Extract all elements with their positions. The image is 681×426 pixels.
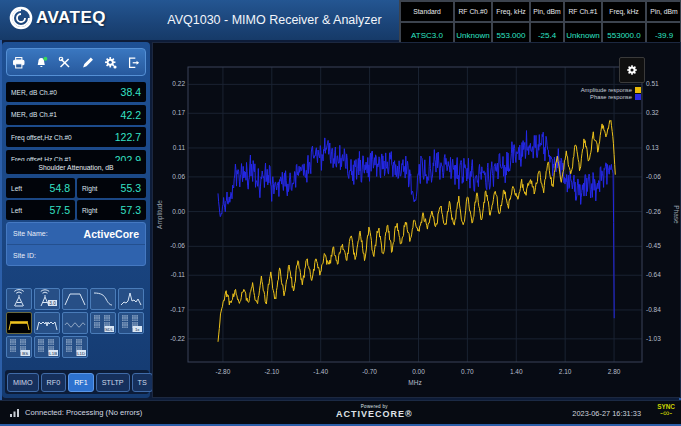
site-name-value: ActiveCore [84, 228, 139, 240]
shoulder-side-label: Right [82, 207, 97, 214]
legend-item[interactable]: Amplitude response [581, 87, 641, 93]
y-left-tick-label: -0.11 [171, 271, 186, 278]
y-left-tick-label: -0.17 [170, 306, 185, 313]
measurement-label: MER, dB Ch.#0 [11, 89, 57, 96]
shoulder-cell: Right57.3 [77, 200, 146, 220]
measurement-value: 38.4 [121, 86, 141, 98]
x-tick-label: 1.40 [510, 368, 523, 375]
settings-gear-icon [104, 56, 117, 69]
ripple-response-icon[interactable] [62, 312, 88, 334]
y-left-tick-label: 0.00 [172, 208, 185, 215]
constellation-l1b-icon[interactable]: L1B [34, 336, 60, 358]
legend-swatch [635, 87, 641, 93]
info-header-cell: RF Ch.#0 [454, 1, 492, 22]
shoulder-row: Left54.8Right55.3 [6, 178, 146, 198]
measurement-row: MER, dB Ch.#142.2 [6, 105, 146, 125]
shoulder-value: 57.3 [121, 204, 141, 216]
tab-ts[interactable]: TS [132, 373, 153, 392]
measurement-view-grid: 3.0SDL1xBSL1BL1D [6, 288, 148, 358]
app-window: AVATEQ AVQ1030 - MIMO Receiver & Analyze… [0, 0, 681, 426]
edit-pencil-icon [81, 56, 94, 69]
y-left-tick-label: 0.06 [172, 173, 185, 180]
shoulder-value: 55.3 [121, 182, 141, 194]
activecore-brand: ACTIVECORE® [336, 409, 413, 419]
y-left-tick-label: 0.17 [172, 109, 185, 116]
shoulder-row: Left57.5Right57.3 [6, 200, 146, 220]
shoulder-spectrum-alt-icon[interactable] [34, 312, 60, 334]
tab-rf0[interactable]: RF0 [41, 373, 67, 392]
measurement-row: MER, dB Ch.#038.4 [6, 82, 146, 102]
site-id-row: Site ID: [7, 244, 145, 265]
legend-label: Phase response [590, 94, 632, 100]
legend-item[interactable]: Phase response [590, 94, 641, 100]
measurement-value: 122.7 [115, 131, 141, 143]
y-axis-right-title: Phase [673, 205, 680, 224]
y-axis-left-title: Amplitude [156, 200, 164, 229]
y-right-tick-label: 0.13 [646, 144, 659, 151]
y-right-tick-label: -0.06 [646, 173, 661, 180]
powered-by-logo: Powered by ACTIVECORE® [336, 404, 413, 419]
constellation-l1d-icon[interactable]: L1D [62, 336, 88, 358]
info-header-cell: Pin, dBm [530, 1, 564, 22]
tab-mimo[interactable]: MIMO [7, 373, 39, 392]
chart-settings-button[interactable] [619, 57, 645, 83]
measurement-value: 42.2 [121, 109, 141, 121]
measurement-label: Freq offset,Hz Ch.#0 [11, 134, 72, 141]
tab-stltp[interactable]: STLTP [96, 373, 130, 392]
printer-icon [12, 56, 25, 69]
printer-button[interactable] [11, 55, 26, 70]
y-left-tick-label: 0.22 [172, 80, 185, 87]
gear-icon [626, 60, 638, 80]
shoulder-side-label: Left [11, 185, 22, 192]
y-right-tick-label: -0.45 [646, 242, 661, 249]
y-right-tick-label: -0.64 [646, 271, 661, 278]
shoulder-value: 54.8 [50, 182, 70, 194]
x-tick-label: -2.80 [216, 368, 231, 375]
svg-text:1x: 1x [135, 327, 140, 332]
constellation-bs-icon[interactable]: BS [6, 336, 32, 358]
svg-text:BS: BS [22, 351, 28, 356]
legend-label: Amplitude response [581, 87, 632, 93]
signal-info-table: StandardRF Ch.#0Freq, kHzPin, dBmRF Ch.#… [399, 0, 681, 47]
sync-indicator: SYNC -∞- [657, 404, 675, 418]
shoulder-cell: Right55.3 [77, 178, 146, 198]
notifications-bell-button[interactable] [34, 55, 49, 70]
constellation-1x-icon[interactable]: 1x [118, 312, 144, 334]
x-tick-label: 0.00 [412, 368, 425, 375]
shoulder-spectrum-icon[interactable] [6, 312, 32, 334]
logout-button[interactable] [126, 55, 141, 70]
y-left-tick-label: 0.11 [173, 144, 186, 151]
svg-text:L1D: L1D [77, 351, 85, 356]
tab-rf1[interactable]: RF1 [68, 373, 94, 392]
tools-button[interactable] [57, 55, 72, 70]
shoulder-side-label: Left [11, 207, 22, 214]
svg-text:SDL: SDL [105, 327, 114, 332]
edit-pencil-button[interactable] [80, 55, 95, 70]
notifications-bell-icon [35, 56, 48, 69]
shoulder-value: 57.5 [50, 204, 70, 216]
logo-text: AVATEQ [36, 8, 106, 28]
measurement-row: Freq offset,Hz Ch.#0122.7 [6, 127, 146, 147]
settings-gear-button[interactable] [103, 55, 118, 70]
x-tick-label: -0.70 [362, 368, 377, 375]
y-left-tick-label: -0.22 [170, 335, 185, 342]
antenna-signal-icon[interactable] [6, 288, 32, 310]
spectrum-peak-icon[interactable] [118, 288, 144, 310]
shoulder-side-label: Right [82, 185, 97, 192]
info-header-cell: Freq, kHz [492, 1, 530, 22]
constellation-sdl-icon[interactable]: SDL [90, 312, 116, 334]
amplitude-response-trace [218, 120, 615, 341]
legend-swatch [635, 94, 641, 100]
avateq-logo: AVATEQ [8, 5, 106, 31]
site-name-row: Site Name: ActiveCore [7, 223, 145, 244]
rolloff-curve-icon[interactable] [90, 288, 116, 310]
sync-link-icon: -∞- [657, 409, 675, 418]
channel-tabs: MIMORF0RF1STLTPTS▶ [5, 370, 149, 394]
svg-text:L1B: L1B [49, 351, 57, 356]
x-tick-label: -1.40 [313, 368, 328, 375]
info-header-cell: RF Ch.#1 [564, 1, 602, 22]
logout-icon [127, 56, 140, 69]
filter-response-icon[interactable] [62, 288, 88, 310]
chart-panel: -2.80-2.10-1.40-0.700.000.701.402.102.80… [152, 42, 681, 398]
antenna-atsc3-icon[interactable]: 3.0 [34, 288, 60, 310]
